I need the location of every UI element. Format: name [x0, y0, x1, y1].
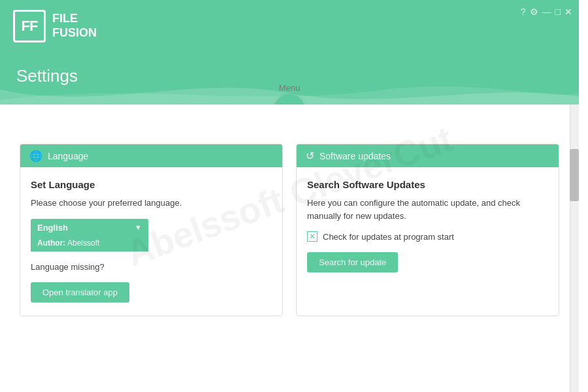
language-dropdown-area: English ▼ Author: Abelssoft [31, 219, 272, 252]
language-panel: 🌐 Language Set Language Please choose yo… [20, 144, 283, 316]
open-translator-button[interactable]: Open translator app [31, 282, 129, 302]
app-name: FILE FUSION [52, 12, 97, 40]
language-panel-body: Set Language Please choose your preferre… [20, 167, 282, 316]
selected-language: English [37, 223, 68, 233]
checkbox-label: Check for updates at program start [323, 232, 454, 242]
settings-button[interactable]: ⚙ [530, 7, 538, 17]
updates-panel-body: Search Software Updates Here you can con… [297, 167, 559, 286]
language-missing-text: Language missing? [31, 261, 272, 274]
help-button[interactable]: ? [521, 7, 526, 17]
main-content: 🌐 Language Set Language Please choose yo… [0, 105, 579, 329]
menu-chevron-button[interactable] [274, 94, 304, 105]
dropdown-chevron-icon: ▼ [135, 223, 142, 231]
search-updates-heading: Search Software Updates [307, 179, 548, 190]
search-update-button[interactable]: Search for update [307, 252, 398, 272]
page-title: Settings [16, 66, 78, 86]
updates-panel-title: Software updates [319, 151, 391, 161]
header: ? ⚙ — □ ✕ FF FILE FUSION Settings Menu [0, 0, 579, 105]
checkbox-icon[interactable]: ✕ [307, 231, 318, 242]
window-controls: ? ⚙ — □ ✕ [521, 7, 572, 17]
globe-icon: 🌐 [29, 150, 42, 162]
menu-label: Menu [279, 83, 301, 93]
language-panel-header: 🌐 Language [20, 144, 282, 167]
auto-update-checkbox-area[interactable]: ✕ Check for updates at program start [307, 231, 548, 242]
language-panel-title: Language [48, 151, 88, 161]
updates-panel: ↺ Software updates Search Software Updat… [296, 144, 559, 316]
set-language-heading: Set Language [31, 179, 272, 190]
minimize-button[interactable]: — [542, 7, 551, 17]
updates-panel-header: ↺ Software updates [297, 144, 559, 167]
author-row: Author: Abelssoft [31, 237, 148, 252]
close-button[interactable]: ✕ [564, 7, 572, 17]
logo-area: FF FILE FUSION [13, 10, 97, 42]
logo-letters: FF [22, 18, 38, 35]
language-description: Please choose your preferred language. [31, 197, 272, 210]
logo-box: FF [13, 10, 46, 42]
menu-button-area: Menu [274, 83, 304, 105]
update-icon: ↺ [306, 150, 314, 162]
maximize-button[interactable]: □ [555, 7, 561, 17]
updates-description: Here you can configure the automatic upd… [307, 197, 548, 222]
language-select-block[interactable]: English ▼ Author: Abelssoft [31, 219, 148, 252]
